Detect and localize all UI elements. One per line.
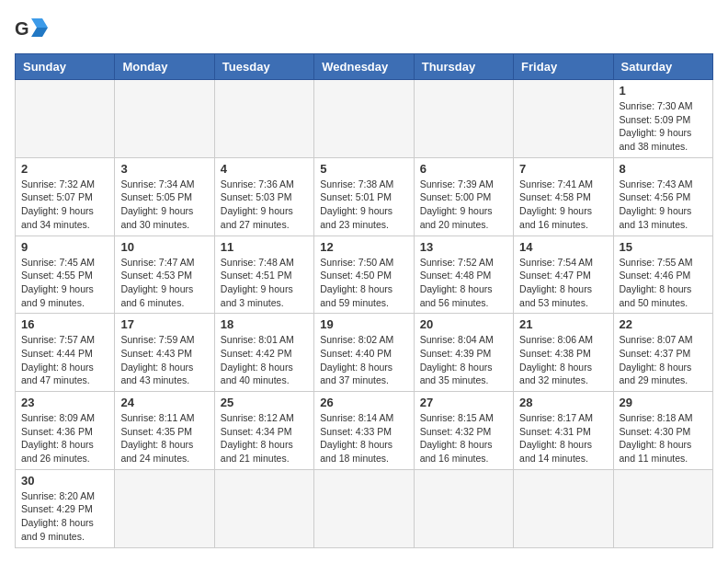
day-number: 17 (120, 317, 208, 331)
day-number: 16 (21, 317, 108, 331)
calendar-cell: 14Sunrise: 7:54 AM Sunset: 4:47 PM Dayli… (514, 236, 613, 314)
calendar-cell: 26Sunrise: 8:14 AM Sunset: 4:33 PM Dayli… (314, 392, 414, 470)
calendar-cell: 3Sunrise: 7:34 AM Sunset: 5:05 PM Daylig… (115, 157, 214, 236)
calendar-cell: 4Sunrise: 7:36 AM Sunset: 5:03 PM Daylig… (214, 157, 313, 236)
day-number: 7 (519, 162, 607, 176)
calendar-cell (414, 469, 513, 547)
calendar-cell (214, 80, 313, 158)
calendar-cell: 8Sunrise: 7:43 AM Sunset: 4:56 PM Daylig… (613, 157, 712, 236)
calendar-cell: 16Sunrise: 7:57 AM Sunset: 4:44 PM Dayli… (16, 314, 115, 392)
calendar-cell (414, 80, 513, 158)
calendar-week-row: 9Sunrise: 7:45 AM Sunset: 4:55 PM Daylig… (16, 236, 713, 314)
calendar-cell: 21Sunrise: 8:06 AM Sunset: 4:38 PM Dayli… (514, 314, 613, 392)
day-number: 23 (21, 396, 108, 409)
day-number: 30 (21, 474, 108, 488)
day-number: 11 (221, 240, 308, 254)
calendar-cell: 1Sunrise: 7:30 AM Sunset: 5:09 PM Daylig… (613, 80, 712, 158)
day-number: 14 (519, 240, 607, 254)
day-info: Sunrise: 7:41 AM Sunset: 4:58 PM Dayligh… (519, 178, 607, 232)
day-number: 18 (221, 317, 308, 331)
calendar-cell: 11Sunrise: 7:48 AM Sunset: 4:51 PM Dayli… (214, 236, 313, 314)
day-info: Sunrise: 7:34 AM Sunset: 5:05 PM Dayligh… (120, 178, 208, 232)
day-number: 29 (620, 396, 707, 409)
calendar-cell: 17Sunrise: 7:59 AM Sunset: 4:43 PM Dayli… (115, 314, 214, 392)
header: G (15, 15, 713, 42)
calendar-week-row: 23Sunrise: 8:09 AM Sunset: 4:36 PM Dayli… (16, 392, 713, 470)
day-info: Sunrise: 8:02 AM Sunset: 4:40 PM Dayligh… (320, 333, 407, 387)
day-info: Sunrise: 7:45 AM Sunset: 4:55 PM Dayligh… (21, 256, 108, 310)
calendar-cell: 30Sunrise: 8:20 AM Sunset: 4:29 PM Dayli… (16, 469, 115, 547)
day-info: Sunrise: 7:57 AM Sunset: 4:44 PM Dayligh… (21, 333, 108, 387)
logo-icon: G (15, 15, 48, 42)
day-info: Sunrise: 8:18 AM Sunset: 4:30 PM Dayligh… (620, 411, 707, 465)
calendar-cell (314, 469, 414, 547)
day-info: Sunrise: 7:54 AM Sunset: 4:47 PM Dayligh… (519, 256, 607, 310)
calendar-cell: 7Sunrise: 7:41 AM Sunset: 4:58 PM Daylig… (514, 157, 613, 236)
day-info: Sunrise: 7:43 AM Sunset: 4:56 PM Dayligh… (620, 178, 707, 232)
calendar-cell: 6Sunrise: 7:39 AM Sunset: 5:00 PM Daylig… (414, 157, 513, 236)
day-info: Sunrise: 8:06 AM Sunset: 4:38 PM Dayligh… (519, 333, 607, 387)
calendar-cell (115, 469, 214, 547)
day-number: 4 (221, 162, 308, 176)
day-info: Sunrise: 8:11 AM Sunset: 4:35 PM Dayligh… (120, 411, 208, 465)
calendar-cell (115, 80, 214, 158)
day-info: Sunrise: 7:59 AM Sunset: 4:43 PM Dayligh… (120, 333, 208, 387)
day-number: 9 (21, 240, 108, 254)
day-number: 1 (620, 84, 707, 98)
calendar-cell (613, 469, 712, 547)
calendar-cell: 15Sunrise: 7:55 AM Sunset: 4:46 PM Dayli… (613, 236, 712, 314)
calendar-cell: 27Sunrise: 8:15 AM Sunset: 4:32 PM Dayli… (414, 392, 513, 470)
day-info: Sunrise: 7:39 AM Sunset: 5:00 PM Dayligh… (420, 178, 507, 232)
calendar-week-row: 2Sunrise: 7:32 AM Sunset: 5:07 PM Daylig… (16, 157, 713, 236)
day-number: 6 (420, 162, 507, 176)
day-number: 26 (320, 396, 407, 409)
day-info: Sunrise: 7:30 AM Sunset: 5:09 PM Dayligh… (620, 99, 707, 154)
weekday-header-wednesday: Wednesday (314, 54, 414, 80)
day-number: 3 (120, 162, 208, 176)
calendar-cell: 25Sunrise: 8:12 AM Sunset: 4:34 PM Dayli… (214, 392, 313, 470)
day-number: 12 (320, 240, 407, 254)
day-info: Sunrise: 7:36 AM Sunset: 5:03 PM Dayligh… (221, 178, 308, 232)
day-info: Sunrise: 8:12 AM Sunset: 4:34 PM Dayligh… (221, 411, 308, 465)
day-info: Sunrise: 7:48 AM Sunset: 4:51 PM Dayligh… (221, 256, 308, 310)
day-info: Sunrise: 7:50 AM Sunset: 4:50 PM Dayligh… (320, 256, 407, 310)
calendar-cell: 23Sunrise: 8:09 AM Sunset: 4:36 PM Dayli… (16, 392, 115, 470)
day-info: Sunrise: 7:32 AM Sunset: 5:07 PM Dayligh… (21, 178, 108, 232)
calendar-header-row: SundayMondayTuesdayWednesdayThursdayFrid… (16, 54, 713, 80)
calendar-cell: 29Sunrise: 8:18 AM Sunset: 4:30 PM Dayli… (613, 392, 712, 470)
day-info: Sunrise: 8:20 AM Sunset: 4:29 PM Dayligh… (21, 489, 108, 544)
day-number: 2 (21, 162, 108, 176)
day-number: 25 (221, 396, 308, 409)
day-info: Sunrise: 8:01 AM Sunset: 4:42 PM Dayligh… (221, 333, 308, 387)
day-number: 15 (620, 240, 707, 254)
day-number: 5 (320, 162, 407, 176)
svg-text:G: G (15, 18, 29, 39)
calendar-cell (16, 80, 115, 158)
weekday-header-tuesday: Tuesday (214, 54, 313, 80)
calendar-week-row: 30Sunrise: 8:20 AM Sunset: 4:29 PM Dayli… (16, 469, 713, 547)
weekday-header-thursday: Thursday (414, 54, 513, 80)
day-info: Sunrise: 7:55 AM Sunset: 4:46 PM Dayligh… (620, 256, 707, 310)
calendar-week-row: 1Sunrise: 7:30 AM Sunset: 5:09 PM Daylig… (16, 80, 713, 158)
day-info: Sunrise: 8:07 AM Sunset: 4:37 PM Dayligh… (620, 333, 707, 387)
day-info: Sunrise: 8:09 AM Sunset: 4:36 PM Dayligh… (21, 411, 108, 465)
day-number: 20 (420, 317, 507, 331)
calendar-cell: 12Sunrise: 7:50 AM Sunset: 4:50 PM Dayli… (314, 236, 414, 314)
svg-marker-2 (31, 28, 48, 37)
day-number: 10 (120, 240, 208, 254)
weekday-header-saturday: Saturday (613, 54, 712, 80)
calendar-cell: 5Sunrise: 7:38 AM Sunset: 5:01 PM Daylig… (314, 157, 414, 236)
day-number: 21 (519, 317, 607, 331)
day-info: Sunrise: 7:38 AM Sunset: 5:01 PM Dayligh… (320, 178, 407, 232)
calendar: SundayMondayTuesdayWednesdayThursdayFrid… (15, 53, 713, 548)
day-info: Sunrise: 8:15 AM Sunset: 4:32 PM Dayligh… (420, 411, 507, 465)
day-number: 8 (620, 162, 707, 176)
day-info: Sunrise: 8:17 AM Sunset: 4:31 PM Dayligh… (519, 411, 607, 465)
calendar-cell: 2Sunrise: 7:32 AM Sunset: 5:07 PM Daylig… (16, 157, 115, 236)
calendar-week-row: 16Sunrise: 7:57 AM Sunset: 4:44 PM Dayli… (16, 314, 713, 392)
day-info: Sunrise: 7:52 AM Sunset: 4:48 PM Dayligh… (420, 256, 507, 310)
day-number: 27 (420, 396, 507, 409)
day-info: Sunrise: 8:04 AM Sunset: 4:39 PM Dayligh… (420, 333, 507, 387)
calendar-cell (514, 80, 613, 158)
calendar-cell: 10Sunrise: 7:47 AM Sunset: 4:53 PM Dayli… (115, 236, 214, 314)
